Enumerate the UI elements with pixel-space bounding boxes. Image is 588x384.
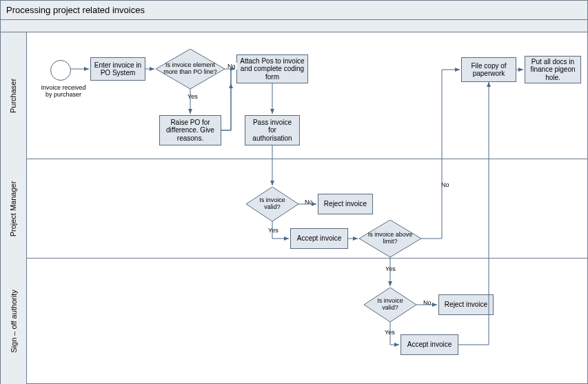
decision-label: Is invoice valid? xyxy=(252,194,293,214)
lane-label-text: Project Manager xyxy=(10,181,18,237)
decision-label: Is invoice above limit? xyxy=(367,228,413,249)
edge-label-no: No xyxy=(226,63,237,70)
diagram-title: Processing project related invoices xyxy=(6,5,145,15)
lane-label-project-manager: Project Manager xyxy=(1,159,27,259)
node-raise-po: Raise PO for difference. Give reasons. xyxy=(159,115,221,145)
edge-label-yes: Yes xyxy=(383,329,396,336)
node-pm-reject: Reject invoice xyxy=(318,194,373,214)
node-file-copy: File copy of paperwork xyxy=(461,57,516,82)
edge-label-no: No xyxy=(303,199,314,205)
edge-label-no: No xyxy=(440,181,451,188)
lane-label-text: Sign – off authority xyxy=(10,290,18,353)
edge-label-yes: Yes xyxy=(186,93,199,100)
node-so-accept: Accept invoice xyxy=(401,334,458,355)
title-bar: Processing project related invoices xyxy=(1,1,587,20)
edge-label-yes: Yes xyxy=(384,265,397,272)
decision-label: Is invoice element more than PO line? xyxy=(163,53,218,85)
lane-label-signoff: Sign – off authority xyxy=(1,259,27,384)
decision-label: Is invoice valid? xyxy=(369,294,411,315)
node-attach-pos: Attach Pos to invoice and complete codin… xyxy=(236,54,308,83)
edge-label-yes: Yes xyxy=(267,227,280,234)
node-pass-invoice: Pass invoice for authorisation xyxy=(245,115,300,145)
edge-label-no: No xyxy=(422,299,433,306)
node-put-all-docs: Put all docs in finance pigeon hole. xyxy=(525,56,581,83)
start-event xyxy=(50,60,71,81)
lane-label-purchaser: Purchaser xyxy=(1,32,27,159)
node-enter-invoice: Enter invoice in PO System xyxy=(90,57,145,81)
sub-bar xyxy=(1,20,587,32)
node-so-reject: Reject invoice xyxy=(438,294,494,315)
start-event-label: Invoice received by purchaser xyxy=(39,85,88,99)
lane-signoff xyxy=(27,259,587,384)
node-pm-accept: Accept invoice xyxy=(290,228,348,249)
lane-purchaser xyxy=(27,32,587,159)
lane-label-text: Purchaser xyxy=(10,79,18,113)
swimlane-diagram: Processing project related invoices Purc… xyxy=(0,0,588,384)
